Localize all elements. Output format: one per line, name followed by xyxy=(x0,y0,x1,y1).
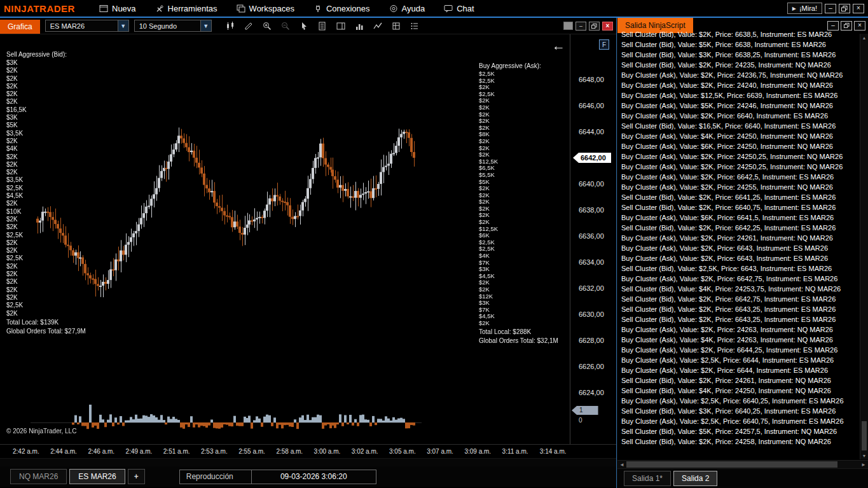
h-scroll-thumb[interactable] xyxy=(626,461,837,468)
price-tick: 6634,00 xyxy=(579,258,604,266)
interval-select[interactable]: 10 Segundo ▼ xyxy=(134,20,212,32)
fixed-scale-button[interactable]: F xyxy=(599,39,609,50)
log-line: Sell Cluster (Bid), Value: $4K, Price: 2… xyxy=(621,284,858,294)
scroll-back-arrow-icon[interactable]: ← xyxy=(552,38,565,53)
tab-grafica[interactable]: Grafica xyxy=(0,20,40,34)
time-axis-label: 2:49 a.m. xyxy=(126,448,153,455)
menu-label: Ayuda xyxy=(402,4,425,13)
bid-value: $2K xyxy=(6,294,86,302)
log-line: Buy Cluster (Ask), Value: $2,5K, Price: … xyxy=(621,355,858,365)
bid-panel-title: Sell Aggressive (Bid): xyxy=(6,51,86,58)
chart-minimize-button[interactable]: – xyxy=(575,22,586,31)
v-scroll-thumb[interactable] xyxy=(862,421,867,450)
tab-salida-2[interactable]: Salida 2 xyxy=(673,471,717,486)
bid-value: $16,5K xyxy=(6,106,86,114)
output-h-scrollbar[interactable]: ◄ ► xyxy=(617,460,868,468)
bid-value: $2K xyxy=(6,98,86,106)
menu-workspaces[interactable]: Workspaces xyxy=(237,4,294,13)
scroll-up-icon[interactable]: ▲ xyxy=(860,34,868,41)
menu-label: Nueva xyxy=(112,4,136,13)
log-line: Sell Cluster (Bid), Value: $2K, Price: 6… xyxy=(621,304,858,314)
app-close-button[interactable]: × xyxy=(853,4,864,13)
top-menu-bar: NINJATRADER Nueva Herramientas Workspace… xyxy=(0,0,868,18)
menu-chat[interactable]: Chat xyxy=(444,4,474,13)
log-line: Buy Cluster (Ask), Value: $2K, Price: 66… xyxy=(621,345,858,355)
h-scroll-track[interactable] xyxy=(837,461,859,468)
bid-value: $10K xyxy=(6,208,86,216)
bid-value: $2K xyxy=(6,161,86,169)
app-logo: NINJATRADER xyxy=(4,3,94,14)
bid-value: $2K xyxy=(6,137,86,145)
app-minimize-button[interactable]: – xyxy=(825,4,836,13)
menu-nueva[interactable]: Nueva xyxy=(99,4,136,13)
copyright-text: © 2026 NinjaTrader, LLC xyxy=(6,428,76,435)
bar-statistics-icon[interactable] xyxy=(354,20,365,32)
output-v-scrollbar[interactable]: ▲ ▼ xyxy=(860,34,868,459)
bid-value: $2K xyxy=(6,67,86,74)
log-line: Buy Cluster (Ask), Value: $2K, Price: 24… xyxy=(621,151,858,162)
log-line: Buy Cluster (Ask), Value: $4K, Price: 24… xyxy=(621,335,858,345)
bid-value: $4,5K xyxy=(6,192,86,200)
data-series-icon[interactable] xyxy=(317,20,328,32)
time-axis-label: 3:05 a.m. xyxy=(389,448,416,455)
properties-icon[interactable] xyxy=(409,20,420,32)
chart-style-icon[interactable] xyxy=(224,20,236,32)
bid-value: $5K xyxy=(6,122,86,129)
price-axis[interactable]: F 6648,006646,006644,006642,006640,00663… xyxy=(570,34,616,444)
chart-h-scrollbar[interactable] xyxy=(0,458,616,466)
ask-value: $2K xyxy=(479,279,558,286)
chevron-down-icon: ▼ xyxy=(118,20,128,31)
chart-trader-icon[interactable] xyxy=(335,20,347,32)
bid-value: $2,5K xyxy=(6,302,86,309)
scroll-right-icon[interactable]: ► xyxy=(859,461,868,468)
log-line: Buy Cluster (Ask), Value: $6K, Price: 24… xyxy=(621,141,858,151)
menu-herramientas[interactable]: Herramientas xyxy=(155,4,217,13)
bid-value: $2K xyxy=(6,75,86,83)
menu-label: Workspaces xyxy=(249,4,294,13)
mira-button[interactable]: ▶ ¡Mira! xyxy=(787,3,822,14)
ask-panel-title: Buy Aggressive (Ask): xyxy=(479,62,558,69)
menu-conexiones[interactable]: Conexiones xyxy=(313,4,370,13)
scroll-down-icon[interactable]: ▼ xyxy=(860,452,868,459)
zoom-in-icon[interactable] xyxy=(261,20,273,32)
chart-restore-button[interactable] xyxy=(589,22,600,31)
instrument-select[interactable]: ES MAR26 ▼ xyxy=(45,20,129,32)
drawing-tools-icon[interactable] xyxy=(243,20,254,32)
ask-value: $2,5K xyxy=(479,78,558,85)
playback-datetime: 09-03-2026 3:06:20 xyxy=(252,470,376,484)
ask-value: $2K xyxy=(479,320,558,327)
ask-value: $7K xyxy=(479,260,558,267)
ask-value: $2K xyxy=(479,97,558,104)
scroll-left-icon[interactable]: ◄ xyxy=(617,461,626,468)
ask-value: $4,5K xyxy=(479,273,558,280)
bid-value: $2K xyxy=(6,223,86,231)
ninjascript-output-log[interactable]: Sell Cluster (Bid), Value: $2K, Price: 6… xyxy=(617,29,868,460)
cursor-icon[interactable] xyxy=(298,20,310,32)
ask-value: $2K xyxy=(479,118,558,125)
indicator-line-icon[interactable] xyxy=(372,20,383,32)
add-tab-button[interactable]: + xyxy=(128,469,145,484)
ask-value: $2K xyxy=(479,206,558,213)
chart-close-button[interactable]: × xyxy=(602,22,613,31)
panel-square-button[interactable] xyxy=(563,22,573,30)
log-line: Sell Cluster (Bid), Value: $2,5K, Price:… xyxy=(621,263,858,274)
lower-scale-marker: 1 xyxy=(572,406,598,415)
log-line: Buy Cluster (Ask), Value: $2K, Price: 66… xyxy=(621,253,858,263)
app-restore-button[interactable] xyxy=(839,4,850,13)
bid-value: $2K xyxy=(6,200,86,207)
tab-es-mar26[interactable]: ES MAR26 xyxy=(69,469,125,484)
log-line: Sell Cluster (Bid), Value: $5K, Price: 6… xyxy=(621,39,858,50)
time-axis-label: 3:07 a.m. xyxy=(427,448,453,455)
time-axis-label: 2:46 a.m. xyxy=(88,448,114,455)
strategy-analyzer-icon[interactable] xyxy=(390,20,402,32)
tab-salida-1[interactable]: Salida 1* xyxy=(624,471,671,486)
menu-ayuda[interactable]: Ayuda xyxy=(389,4,425,13)
time-axis-label: 3:09 a.m. xyxy=(464,448,491,455)
chart-titlebar: Grafica ES MAR26 ▼ 10 Segundo ▼ xyxy=(0,18,616,34)
zoom-out-icon[interactable] xyxy=(280,20,291,32)
log-line: Buy Cluster (Ask), Value: $2K, Price: 24… xyxy=(621,182,858,192)
tab-nq-mar26[interactable]: NQ MAR26 xyxy=(10,469,67,484)
bid-value: $2K xyxy=(6,278,86,286)
ask-value: $8K xyxy=(479,131,558,138)
time-axis[interactable]: 2:42 a.m.2:44 a.m.2:46 a.m.2:49 a.m.2:51… xyxy=(0,444,616,458)
